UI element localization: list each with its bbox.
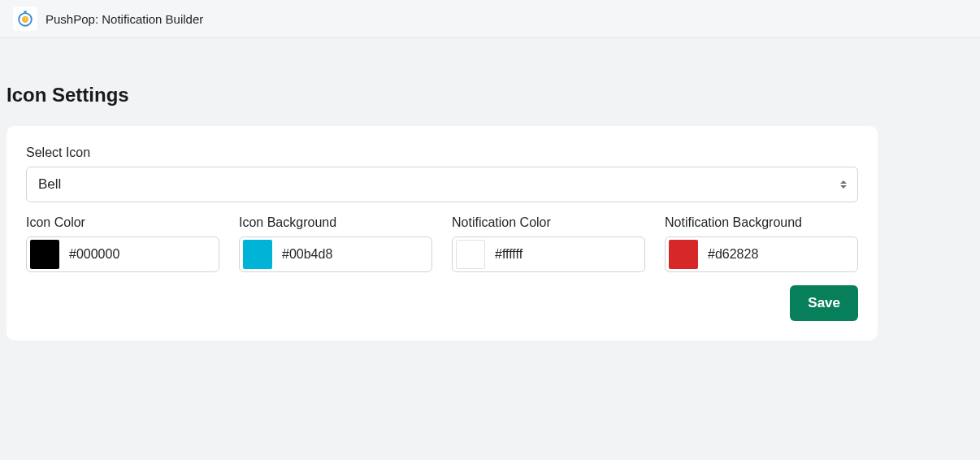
settings-card: Select Icon Bell Icon Color Icon Backgro… bbox=[7, 126, 878, 341]
svg-rect-1 bbox=[24, 11, 27, 12]
icon-color-swatch[interactable] bbox=[30, 240, 59, 269]
notification-background-field bbox=[665, 237, 858, 272]
actions-row: Save bbox=[26, 285, 858, 321]
select-icon-input[interactable]: Bell bbox=[26, 167, 858, 202]
icon-background-label: Icon Background bbox=[239, 215, 432, 230]
app-title: PushPop: Notification Builder bbox=[46, 12, 203, 26]
page-content: Icon Settings Select Icon Bell Icon Colo… bbox=[0, 84, 980, 341]
stopwatch-icon bbox=[16, 10, 34, 28]
icon-background-group: Icon Background bbox=[239, 215, 432, 272]
notification-color-swatch[interactable] bbox=[456, 240, 485, 269]
select-icon-wrap: Bell bbox=[26, 167, 858, 202]
icon-color-input[interactable] bbox=[63, 237, 219, 271]
select-icon-label: Select Icon bbox=[26, 145, 858, 160]
icon-color-field bbox=[26, 237, 219, 272]
notification-background-group: Notification Background bbox=[665, 215, 858, 272]
notification-color-input[interactable] bbox=[488, 237, 645, 271]
icon-background-field bbox=[239, 237, 432, 272]
notification-background-swatch[interactable] bbox=[669, 240, 698, 269]
notification-color-field bbox=[452, 237, 645, 272]
notification-color-label: Notification Color bbox=[452, 215, 645, 230]
notification-color-group: Notification Color bbox=[452, 215, 645, 272]
notification-background-input[interactable] bbox=[701, 237, 858, 271]
save-button[interactable]: Save bbox=[790, 285, 858, 321]
page-title: Icon Settings bbox=[7, 84, 973, 106]
select-icon-group: Select Icon Bell bbox=[26, 145, 858, 202]
notification-background-label: Notification Background bbox=[665, 215, 858, 230]
icon-background-input[interactable] bbox=[275, 237, 432, 271]
icon-color-group: Icon Color bbox=[26, 215, 219, 272]
icon-background-swatch[interactable] bbox=[243, 240, 272, 269]
color-row: Icon Color Icon Background Notification … bbox=[26, 215, 858, 272]
icon-color-label: Icon Color bbox=[26, 215, 219, 230]
app-header: PushPop: Notification Builder bbox=[0, 0, 980, 38]
app-logo-icon bbox=[13, 7, 37, 31]
